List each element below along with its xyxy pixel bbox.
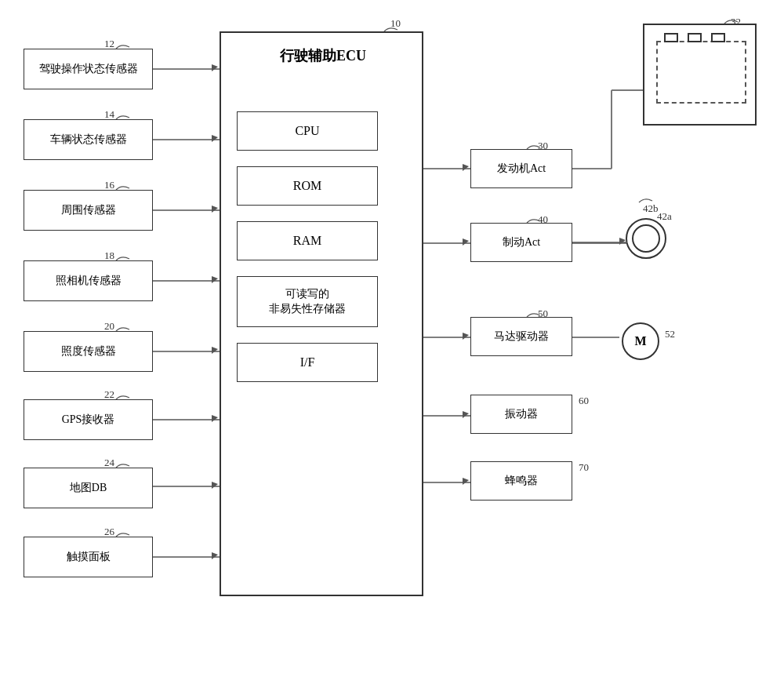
svg-marker-28 [463,333,469,340]
svg-marker-34 [619,238,626,245]
nvram-box: 可读写的 非易失性存储器 [237,276,378,327]
ref-60: 60 [579,395,589,407]
svg-marker-26 [463,164,469,171]
ref-24: 24 [104,457,114,469]
ref-50: 50 [538,308,548,320]
sensor-s12: 驾驶操作状态传感器 [24,49,153,89]
ref-52: 52 [665,328,675,340]
diagram: 10 行驶辅助ECU CPU ROM RAM 可读写的 非易失性存储器 I/F … [0,0,784,688]
motor-symbol: M [622,322,659,360]
act-buzzer: 蜂鸣器 [470,461,572,501]
ref-42b: 42b [643,202,659,215]
act-vibrator: 振动器 [470,395,572,434]
ecu-box: 行驶辅助ECU CPU ROM RAM 可读写的 非易失性存储器 I/F [220,31,423,596]
ref-22: 22 [104,388,114,401]
ref-12: 12 [104,38,114,50]
act-motor-driver: 马达驱动器 [470,317,572,356]
ref-14: 14 [104,108,114,121]
svg-marker-25 [212,552,218,559]
ref-18: 18 [104,249,114,262]
svg-marker-20 [212,206,218,213]
svg-marker-22 [212,347,218,354]
ref-40: 40 [538,213,548,226]
act-brake: 制动Act [470,223,572,262]
ram-box: RAM [237,221,378,260]
ref-20: 20 [104,320,114,333]
sensor-s18: 照相机传感器 [24,260,153,301]
ref-26: 26 [104,526,114,538]
svg-marker-19 [212,135,218,142]
if-box: I/F [237,343,378,382]
svg-marker-29 [463,411,469,418]
sensor-s20: 照度传感器 [24,331,153,372]
ref-70: 70 [579,461,589,474]
cpu-box: CPU [237,111,378,151]
sensor-s16: 周围传感器 [24,190,153,231]
engine-diagram [643,24,757,126]
ref-30: 30 [538,140,548,152]
ref-42a: 42a [657,210,672,223]
svg-marker-24 [212,482,218,489]
ref-32: 32 [731,16,741,28]
svg-marker-18 [212,64,218,71]
rom-box: ROM [237,166,378,206]
act-engine: 发动机Act [470,149,572,188]
svg-marker-23 [212,415,218,422]
sensor-s26: 触摸面板 [24,537,153,577]
svg-marker-30 [463,478,469,485]
sensor-s14: 车辆状态传感器 [24,119,153,160]
svg-marker-21 [212,276,218,283]
ref-16: 16 [104,179,114,191]
sensor-s24: 地图DB [24,468,153,508]
ref-10: 10 [390,17,401,30]
ecu-title: 行驶辅助ECU [229,41,417,72]
sensor-s22: GPS接收器 [24,399,153,440]
svg-marker-27 [463,238,469,246]
